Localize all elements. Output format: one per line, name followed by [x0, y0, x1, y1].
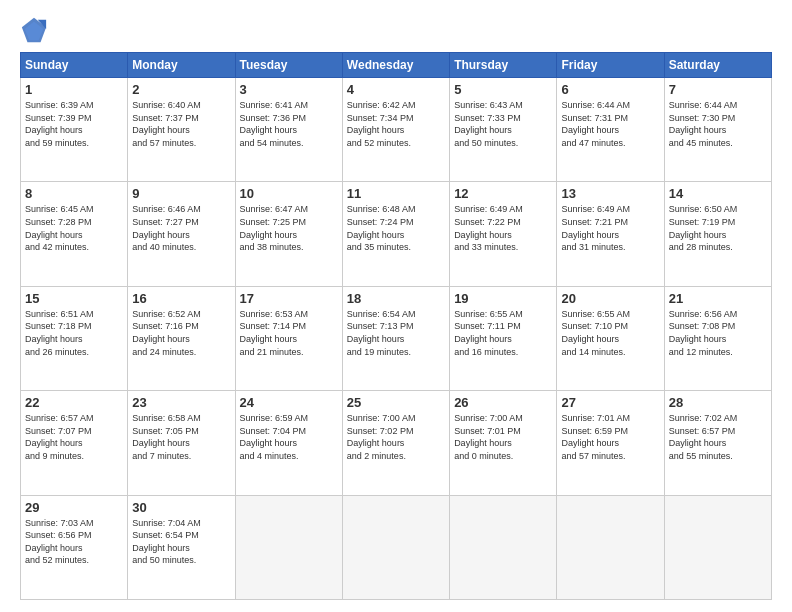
- day-number: 23: [132, 395, 230, 410]
- day-info: Sunrise: 6:40 AMSunset: 7:37 PMDaylight …: [132, 100, 201, 148]
- day-number: 8: [25, 186, 123, 201]
- weekday-header-thursday: Thursday: [450, 53, 557, 78]
- calendar-cell: 18 Sunrise: 6:54 AMSunset: 7:13 PMDaylig…: [342, 286, 449, 390]
- day-number: 18: [347, 291, 445, 306]
- day-info: Sunrise: 6:56 AMSunset: 7:08 PMDaylight …: [669, 309, 738, 357]
- weekday-header-saturday: Saturday: [664, 53, 771, 78]
- calendar-cell: [557, 495, 664, 599]
- day-number: 28: [669, 395, 767, 410]
- calendar-cell: 17 Sunrise: 6:53 AMSunset: 7:14 PMDaylig…: [235, 286, 342, 390]
- day-info: Sunrise: 6:48 AMSunset: 7:24 PMDaylight …: [347, 204, 416, 252]
- calendar-week-3: 15 Sunrise: 6:51 AMSunset: 7:18 PMDaylig…: [21, 286, 772, 390]
- calendar-cell: 25 Sunrise: 7:00 AMSunset: 7:02 PMDaylig…: [342, 391, 449, 495]
- calendar-cell: [342, 495, 449, 599]
- calendar-cell: 3 Sunrise: 6:41 AMSunset: 7:36 PMDayligh…: [235, 78, 342, 182]
- day-info: Sunrise: 6:44 AMSunset: 7:31 PMDaylight …: [561, 100, 630, 148]
- day-number: 15: [25, 291, 123, 306]
- day-info: Sunrise: 6:59 AMSunset: 7:04 PMDaylight …: [240, 413, 309, 461]
- day-number: 9: [132, 186, 230, 201]
- calendar-cell: 11 Sunrise: 6:48 AMSunset: 7:24 PMDaylig…: [342, 182, 449, 286]
- logo-icon: [20, 16, 48, 44]
- day-info: Sunrise: 6:46 AMSunset: 7:27 PMDaylight …: [132, 204, 201, 252]
- day-number: 5: [454, 82, 552, 97]
- day-info: Sunrise: 6:49 AMSunset: 7:21 PMDaylight …: [561, 204, 630, 252]
- day-info: Sunrise: 6:45 AMSunset: 7:28 PMDaylight …: [25, 204, 94, 252]
- weekday-header-monday: Monday: [128, 53, 235, 78]
- calendar-cell: 9 Sunrise: 6:46 AMSunset: 7:27 PMDayligh…: [128, 182, 235, 286]
- calendar-cell: 15 Sunrise: 6:51 AMSunset: 7:18 PMDaylig…: [21, 286, 128, 390]
- day-info: Sunrise: 6:54 AMSunset: 7:13 PMDaylight …: [347, 309, 416, 357]
- day-number: 3: [240, 82, 338, 97]
- calendar-cell: 22 Sunrise: 6:57 AMSunset: 7:07 PMDaylig…: [21, 391, 128, 495]
- day-number: 29: [25, 500, 123, 515]
- calendar-week-2: 8 Sunrise: 6:45 AMSunset: 7:28 PMDayligh…: [21, 182, 772, 286]
- weekday-header-wednesday: Wednesday: [342, 53, 449, 78]
- calendar-cell: [664, 495, 771, 599]
- day-info: Sunrise: 6:44 AMSunset: 7:30 PMDaylight …: [669, 100, 738, 148]
- day-info: Sunrise: 6:52 AMSunset: 7:16 PMDaylight …: [132, 309, 201, 357]
- header: [20, 16, 772, 44]
- day-info: Sunrise: 6:42 AMSunset: 7:34 PMDaylight …: [347, 100, 416, 148]
- day-info: Sunrise: 7:02 AMSunset: 6:57 PMDaylight …: [669, 413, 738, 461]
- weekday-header-row: SundayMondayTuesdayWednesdayThursdayFrid…: [21, 53, 772, 78]
- day-info: Sunrise: 6:50 AMSunset: 7:19 PMDaylight …: [669, 204, 738, 252]
- day-number: 10: [240, 186, 338, 201]
- day-number: 13: [561, 186, 659, 201]
- day-info: Sunrise: 6:58 AMSunset: 7:05 PMDaylight …: [132, 413, 201, 461]
- weekday-header-sunday: Sunday: [21, 53, 128, 78]
- day-info: Sunrise: 6:41 AMSunset: 7:36 PMDaylight …: [240, 100, 309, 148]
- calendar-cell: [235, 495, 342, 599]
- page: SundayMondayTuesdayWednesdayThursdayFrid…: [0, 0, 792, 612]
- weekday-header-tuesday: Tuesday: [235, 53, 342, 78]
- day-info: Sunrise: 6:55 AMSunset: 7:11 PMDaylight …: [454, 309, 523, 357]
- day-info: Sunrise: 6:55 AMSunset: 7:10 PMDaylight …: [561, 309, 630, 357]
- day-number: 7: [669, 82, 767, 97]
- calendar-cell: 27 Sunrise: 7:01 AMSunset: 6:59 PMDaylig…: [557, 391, 664, 495]
- day-info: Sunrise: 6:43 AMSunset: 7:33 PMDaylight …: [454, 100, 523, 148]
- day-number: 6: [561, 82, 659, 97]
- calendar-cell: 26 Sunrise: 7:00 AMSunset: 7:01 PMDaylig…: [450, 391, 557, 495]
- calendar-cell: 7 Sunrise: 6:44 AMSunset: 7:30 PMDayligh…: [664, 78, 771, 182]
- calendar-cell: 19 Sunrise: 6:55 AMSunset: 7:11 PMDaylig…: [450, 286, 557, 390]
- calendar-cell: 4 Sunrise: 6:42 AMSunset: 7:34 PMDayligh…: [342, 78, 449, 182]
- calendar-cell: 30 Sunrise: 7:04 AMSunset: 6:54 PMDaylig…: [128, 495, 235, 599]
- day-number: 14: [669, 186, 767, 201]
- calendar-cell: 24 Sunrise: 6:59 AMSunset: 7:04 PMDaylig…: [235, 391, 342, 495]
- calendar-cell: [450, 495, 557, 599]
- calendar-cell: 10 Sunrise: 6:47 AMSunset: 7:25 PMDaylig…: [235, 182, 342, 286]
- day-number: 12: [454, 186, 552, 201]
- calendar-body: 1 Sunrise: 6:39 AMSunset: 7:39 PMDayligh…: [21, 78, 772, 600]
- day-number: 27: [561, 395, 659, 410]
- day-info: Sunrise: 6:51 AMSunset: 7:18 PMDaylight …: [25, 309, 94, 357]
- day-number: 2: [132, 82, 230, 97]
- day-number: 19: [454, 291, 552, 306]
- day-info: Sunrise: 6:53 AMSunset: 7:14 PMDaylight …: [240, 309, 309, 357]
- day-info: Sunrise: 6:57 AMSunset: 7:07 PMDaylight …: [25, 413, 94, 461]
- calendar-cell: 29 Sunrise: 7:03 AMSunset: 6:56 PMDaylig…: [21, 495, 128, 599]
- day-number: 4: [347, 82, 445, 97]
- calendar-cell: 2 Sunrise: 6:40 AMSunset: 7:37 PMDayligh…: [128, 78, 235, 182]
- calendar-cell: 5 Sunrise: 6:43 AMSunset: 7:33 PMDayligh…: [450, 78, 557, 182]
- weekday-header-friday: Friday: [557, 53, 664, 78]
- calendar-week-5: 29 Sunrise: 7:03 AMSunset: 6:56 PMDaylig…: [21, 495, 772, 599]
- calendar-cell: 28 Sunrise: 7:02 AMSunset: 6:57 PMDaylig…: [664, 391, 771, 495]
- calendar-week-4: 22 Sunrise: 6:57 AMSunset: 7:07 PMDaylig…: [21, 391, 772, 495]
- calendar-cell: 16 Sunrise: 6:52 AMSunset: 7:16 PMDaylig…: [128, 286, 235, 390]
- day-number: 26: [454, 395, 552, 410]
- calendar-cell: 14 Sunrise: 6:50 AMSunset: 7:19 PMDaylig…: [664, 182, 771, 286]
- calendar-cell: 1 Sunrise: 6:39 AMSunset: 7:39 PMDayligh…: [21, 78, 128, 182]
- day-number: 20: [561, 291, 659, 306]
- calendar-cell: 13 Sunrise: 6:49 AMSunset: 7:21 PMDaylig…: [557, 182, 664, 286]
- day-info: Sunrise: 6:49 AMSunset: 7:22 PMDaylight …: [454, 204, 523, 252]
- day-number: 1: [25, 82, 123, 97]
- day-number: 17: [240, 291, 338, 306]
- calendar-cell: 21 Sunrise: 6:56 AMSunset: 7:08 PMDaylig…: [664, 286, 771, 390]
- day-number: 11: [347, 186, 445, 201]
- day-info: Sunrise: 7:04 AMSunset: 6:54 PMDaylight …: [132, 518, 201, 566]
- day-number: 21: [669, 291, 767, 306]
- logo: [20, 16, 52, 44]
- calendar-cell: 8 Sunrise: 6:45 AMSunset: 7:28 PMDayligh…: [21, 182, 128, 286]
- day-info: Sunrise: 6:47 AMSunset: 7:25 PMDaylight …: [240, 204, 309, 252]
- calendar-cell: 6 Sunrise: 6:44 AMSunset: 7:31 PMDayligh…: [557, 78, 664, 182]
- day-number: 25: [347, 395, 445, 410]
